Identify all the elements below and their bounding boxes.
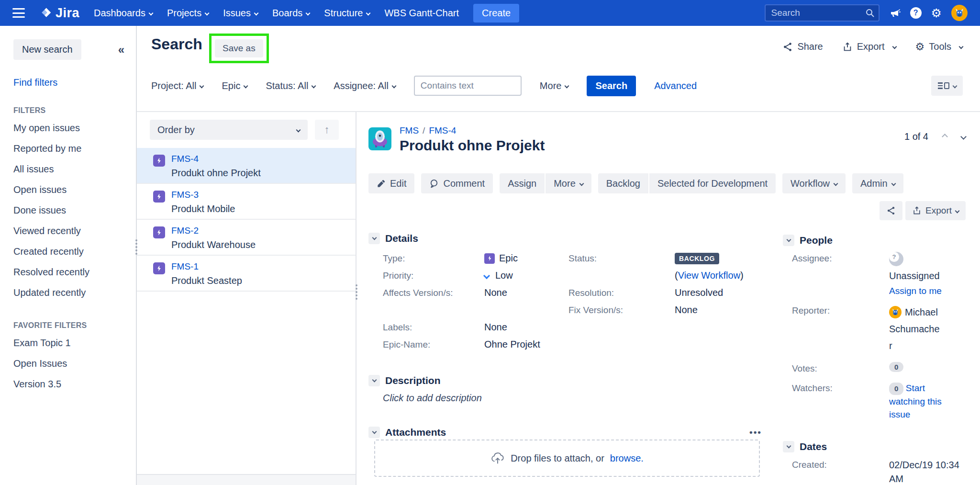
- collapse-attachments-icon[interactable]: [368, 427, 380, 438]
- share-button[interactable]: Share: [782, 41, 823, 52]
- chevron-down-icon: [892, 45, 897, 49]
- assign-button[interactable]: Assign: [500, 173, 545, 193]
- filter-project[interactable]: Project: All: [151, 80, 203, 91]
- global-search-input[interactable]: [765, 4, 880, 22]
- backlog-transition-button[interactable]: Backlog: [598, 173, 648, 193]
- reporter-value: Michael Schumacher: [889, 304, 943, 354]
- collapse-dates-icon[interactable]: [783, 441, 794, 452]
- sidebar-item-my-open-issues[interactable]: My open issues: [13, 118, 124, 138]
- nav-structure[interactable]: Structure: [324, 8, 370, 19]
- sidebar-item-done-issues[interactable]: Done issues: [13, 200, 124, 221]
- create-button[interactable]: Create: [473, 4, 519, 23]
- sidebar-item-open-issues-favorite[interactable]: Open Issues: [13, 353, 124, 374]
- chevron-down-icon: [296, 127, 301, 132]
- chevron-down-icon: [312, 83, 316, 88]
- issue-list-item-fms-3[interactable]: FMS-3 Produkt Mobile: [137, 184, 356, 220]
- announcements-icon[interactable]: [889, 7, 901, 19]
- unassigned-avatar: ?: [889, 252, 903, 266]
- layout-switcher-button[interactable]: [931, 76, 963, 96]
- issue-pagination: 1 of 4: [904, 131, 966, 142]
- collapse-details-icon[interactable]: [368, 233, 380, 244]
- sidebar-item-created-recently[interactable]: Created recently: [13, 241, 124, 262]
- sidebar-item-open-issues[interactable]: Open issues: [13, 180, 124, 200]
- details-grid: Type: Epic Status: BACKLOG Priority: Low…: [383, 253, 790, 350]
- filter-epic[interactable]: Epic: [222, 80, 247, 91]
- sidebar-item-viewed-recently[interactable]: Viewed recently: [13, 221, 124, 241]
- hamburger-menu-icon[interactable]: [12, 8, 25, 18]
- filter-assignee[interactable]: Assignee: All: [334, 80, 396, 91]
- nav-dashboards[interactable]: Dashboards: [94, 8, 153, 19]
- collapse-description-icon[interactable]: [368, 375, 380, 386]
- advanced-search-link[interactable]: Advanced: [654, 80, 697, 91]
- issue-list-item-fms-1[interactable]: FMS-1 Produkt Seastep: [137, 256, 356, 292]
- sidebar-item-resolved-recently[interactable]: Resolved recently: [13, 262, 124, 282]
- sidebar-item-version-3-5[interactable]: Version 3.5: [13, 374, 124, 395]
- share-issue-button[interactable]: [880, 201, 902, 220]
- filter-more[interactable]: More: [540, 80, 569, 91]
- attachments-heading: Attachments: [385, 427, 446, 438]
- help-icon[interactable]: ?: [910, 7, 922, 19]
- comment-icon: [429, 179, 439, 188]
- chevron-down-icon: [834, 181, 838, 186]
- issue-list-item-fms-2[interactable]: FMS-2 Produkt Warehouse: [137, 220, 356, 256]
- edit-button[interactable]: Edit: [368, 173, 414, 193]
- sidebar-item-updated-recently[interactable]: Updated recently: [13, 282, 124, 303]
- sidebar: New search « Find filters FILTERS My ope…: [0, 26, 137, 485]
- chevron-down-icon: [205, 11, 210, 15]
- previous-issue-icon[interactable]: [942, 134, 948, 140]
- labels-value: None: [484, 322, 568, 333]
- issue-list-item-fms-4[interactable]: FMS-4 Produkt ohne Projekt: [137, 148, 356, 184]
- view-workflow-link[interactable]: View Workflow: [678, 270, 740, 281]
- user-avatar[interactable]: [951, 5, 968, 21]
- settings-gear-icon[interactable]: ⚙: [931, 7, 942, 19]
- assign-to-me-link[interactable]: Assign to me: [889, 286, 956, 296]
- more-actions-button[interactable]: More: [546, 173, 591, 193]
- epic-name-label: Epic-Name:: [383, 339, 484, 350]
- nav-wbs-gantt-chart[interactable]: WBS Gantt-Chart: [384, 8, 459, 19]
- breadcrumb-issue-link[interactable]: FMS-4: [429, 125, 456, 135]
- collapse-sidebar-icon[interactable]: «: [118, 44, 124, 56]
- sidebar-item-all-issues[interactable]: All issues: [13, 159, 124, 180]
- attachments-more-icon[interactable]: •••: [749, 427, 762, 438]
- nav-boards[interactable]: Boards: [272, 8, 310, 19]
- save-as-button[interactable]: Save as: [215, 39, 263, 57]
- selected-for-development-button[interactable]: Selected for Development: [649, 173, 776, 193]
- attachment-drop-zone[interactable]: Drop files to attach, or browse.: [374, 440, 760, 477]
- chevron-down-icon: [391, 83, 396, 88]
- admin-button[interactable]: Admin: [852, 173, 903, 193]
- search-button[interactable]: Search: [587, 76, 636, 96]
- next-issue-icon[interactable]: [960, 134, 967, 140]
- people-heading: People: [800, 235, 833, 246]
- chevron-down-icon: [952, 83, 957, 88]
- detail-view-icon: [938, 82, 949, 89]
- order-by-select[interactable]: Order by: [150, 120, 308, 140]
- chevron-down-icon: [244, 83, 248, 88]
- find-filters-link[interactable]: Find filters: [13, 77, 124, 88]
- comment-button[interactable]: Comment: [421, 173, 493, 193]
- pagination-count: 1 of 4: [904, 131, 928, 142]
- sidebar-item-exam-topic-1[interactable]: Exam Topic 1: [13, 333, 124, 353]
- browse-link[interactable]: browse.: [610, 453, 644, 464]
- tools-button[interactable]: ⚙ Tools: [915, 41, 963, 52]
- nav-projects[interactable]: Projects: [167, 8, 209, 19]
- nav-issues[interactable]: Issues: [223, 8, 258, 19]
- filter-status[interactable]: Status: All: [266, 80, 315, 91]
- priority-label: Priority:: [383, 271, 484, 281]
- labels-label: Labels:: [383, 322, 484, 333]
- workflow-button[interactable]: Workflow: [782, 173, 846, 193]
- dates-heading: Dates: [800, 441, 827, 452]
- jira-logo[interactable]: Jira: [39, 6, 79, 21]
- sort-direction-button[interactable]: ↑: [315, 120, 339, 140]
- description-heading: Description: [385, 375, 441, 386]
- contains-text-input[interactable]: [414, 76, 522, 96]
- sidebar-item-reported-by-me[interactable]: Reported by me: [13, 138, 124, 159]
- export-button[interactable]: Export: [842, 41, 896, 52]
- sidebar-resize-handle[interactable]: [135, 239, 137, 241]
- resolution-label: Resolution:: [568, 288, 675, 298]
- description-placeholder[interactable]: Click to add description: [383, 393, 482, 404]
- filters-heading: FILTERS: [13, 106, 124, 115]
- export-issue-button[interactable]: Export: [905, 201, 966, 220]
- breadcrumb-project-link[interactable]: FMS: [400, 125, 419, 135]
- new-search-button[interactable]: New search: [13, 39, 81, 60]
- collapse-people-icon[interactable]: [783, 235, 794, 246]
